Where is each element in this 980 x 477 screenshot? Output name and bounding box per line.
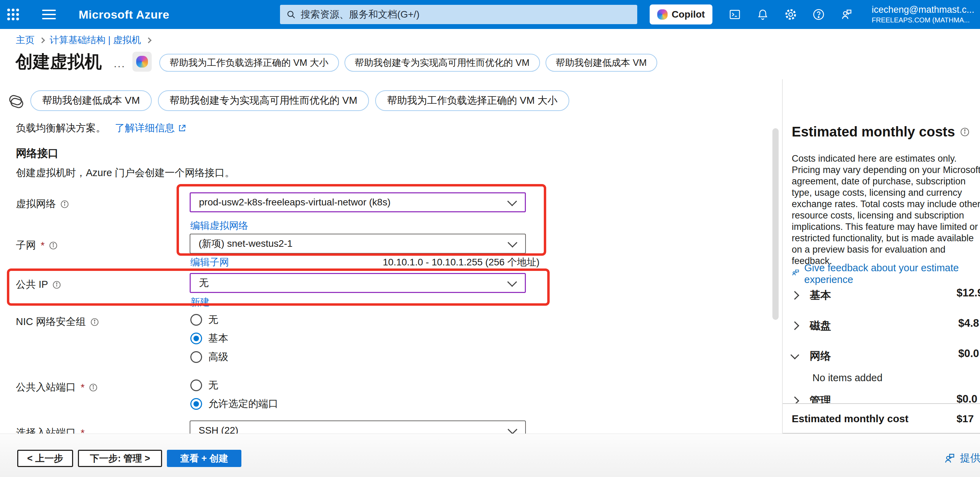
radio-icon <box>190 380 202 391</box>
intro-text: 负载均衡解决方案。 <box>16 121 106 135</box>
info-icon[interactable] <box>52 280 61 289</box>
copilot-icon <box>136 56 148 68</box>
estimated-costs-panel: Estimated monthly costs Costs indicated … <box>783 29 980 434</box>
radio-selected-icon <box>190 332 202 344</box>
info-icon[interactable] <box>89 383 98 392</box>
cost-summary-bar: Estimated monthly cost $17 <box>783 403 980 434</box>
subnet-label: 子网 * <box>16 238 58 252</box>
previous-step-button[interactable]: < 上一步 <box>17 450 73 467</box>
search-input[interactable]: 搜索资源、服务和文档(G+/) <box>280 5 637 24</box>
hamburger-menu-icon[interactable] <box>35 0 63 29</box>
cost-summary-label: Estimated monthly cost <box>792 413 908 425</box>
radio-icon <box>190 314 202 326</box>
waffle-menu-icon[interactable] <box>0 0 26 29</box>
cost-summary-price: $17 <box>956 413 974 425</box>
cost-row-disk[interactable]: 磁盘 <box>792 318 980 333</box>
info-icon[interactable] <box>90 317 99 327</box>
page-title: 创建虚拟机 <box>16 50 102 73</box>
copilot-icon <box>657 9 668 20</box>
edit-subnet-link[interactable]: 编辑子网 <box>190 256 229 269</box>
footer-bar: < 上一步 下一步: 管理 > 查看 + 创建 提供 <box>0 434 980 477</box>
public-ip-label: 公共 IP <box>16 278 61 292</box>
settings-gear-icon[interactable] <box>776 0 805 29</box>
chevron-right-icon <box>39 38 45 43</box>
feedback-person-icon[interactable] <box>832 0 860 29</box>
nic-nsg-label: NIC 网络安全组 <box>16 315 99 329</box>
copilot-chip[interactable]: 帮助我为工作负载选择正确的 VM 大小 <box>375 90 569 111</box>
copilot-outline-icon <box>8 94 24 110</box>
select-inbound-ports-select[interactable]: SSH (22) <box>190 420 526 434</box>
virtual-network-label: 虚拟网络 <box>16 197 69 211</box>
chevron-right-icon <box>146 38 152 43</box>
breadcrumb-section[interactable]: 计算基础结构 | 虚拟机 <box>50 34 141 46</box>
next-step-button[interactable]: 下一步: 管理 > <box>78 450 162 467</box>
nic-nsg-option-basic[interactable]: 基本 <box>190 332 228 345</box>
azure-portal: Microsoft Azure 搜索资源、服务和文档(G+/) Copilot <box>0 0 980 477</box>
cost-price: $12.9 <box>956 287 980 299</box>
info-icon[interactable] <box>60 200 69 209</box>
chevron-down-icon <box>790 350 799 359</box>
account-menu[interactable]: icecheng@mathmast.c... FREELEAPS.COM (MA… <box>872 4 980 24</box>
copilot-suggestions-button[interactable] <box>132 52 152 72</box>
copilot-button[interactable]: Copilot <box>650 5 713 24</box>
radio-selected-icon <box>190 398 202 410</box>
review-create-button[interactable]: 查看 + 创建 <box>167 450 241 467</box>
top-bar: Microsoft Azure 搜索资源、服务和文档(G+/) Copilot <box>0 0 980 29</box>
topbar-icons <box>721 0 860 29</box>
copilot-label: Copilot <box>672 9 705 20</box>
cost-row-network[interactable]: 网络 <box>792 349 980 363</box>
copilot-chip[interactable]: 帮助我创建低成本 VM <box>546 54 657 72</box>
external-link-icon <box>178 124 186 133</box>
feedback-person-icon <box>943 452 956 464</box>
chevron-right-icon <box>790 321 799 330</box>
cost-row-note: No items added <box>812 372 882 383</box>
public-inbound-ports-label: 公共入站端口 * <box>16 380 98 394</box>
info-icon[interactable] <box>960 127 970 137</box>
search-icon <box>286 10 296 19</box>
copilot-chips-row2: 帮助我创建低成本 VM 帮助我创建专为实现高可用性而优化的 VM 帮助我为工作负… <box>30 90 569 111</box>
copilot-chip[interactable]: 帮助我创建专为实现高可用性而优化的 VM <box>344 54 540 72</box>
cost-row-basic[interactable]: 基本 <box>792 288 980 303</box>
select-inbound-ports-label: 选择入站端口 * <box>16 426 84 434</box>
public-ip-select[interactable]: 无 <box>190 273 526 293</box>
subnet-select[interactable]: (新项) snet-westus2-1 <box>190 234 526 254</box>
virtual-network-select[interactable]: prod-usw2-k8s-freeleaps-virtual-networ (… <box>190 192 526 212</box>
cost-price: $0.0 <box>958 347 979 360</box>
notifications-bell-icon[interactable] <box>749 0 776 29</box>
learn-more-link[interactable]: 了解详细信息 <box>115 121 186 135</box>
chevron-right-icon <box>790 291 799 299</box>
cost-price: $4.8 <box>958 317 979 329</box>
more-ellipsis-button[interactable]: ... <box>114 58 126 70</box>
copilot-chips-row1: 帮助我为工作负载选择正确的 VM 大小 帮助我创建专为实现高可用性而优化的 VM… <box>159 54 657 72</box>
cloud-shell-icon[interactable] <box>721 0 749 29</box>
edit-virtual-network-link[interactable]: 编辑虚拟网络 <box>190 219 248 232</box>
copilot-chip[interactable]: 帮助我创建低成本 VM <box>30 90 152 111</box>
inbound-ports-option-allow-selected[interactable]: 允许选定的端口 <box>190 397 278 411</box>
breadcrumb-home[interactable]: 主页 <box>16 34 35 46</box>
help-icon[interactable] <box>805 0 832 29</box>
brand-title[interactable]: Microsoft Azure <box>79 8 169 21</box>
info-icon[interactable] <box>49 241 58 250</box>
feedback-chat-icon <box>791 266 800 279</box>
cost-panel-title: Estimated monthly costs <box>792 124 970 140</box>
footer-feedback-link[interactable]: 提供 <box>943 451 980 465</box>
subnet-address-range: 10.10.1.0 - 10.10.1.255 (256 个地址) <box>383 256 540 269</box>
nic-nsg-option-none[interactable]: 无 <box>190 313 218 327</box>
inbound-ports-option-none[interactable]: 无 <box>190 378 218 392</box>
give-feedback-link[interactable]: Give feedback about your estimate experi… <box>791 262 963 285</box>
copilot-chip[interactable]: 帮助我为工作负载选择正确的 VM 大小 <box>159 54 339 72</box>
nic-nsg-option-advanced[interactable]: 高级 <box>190 350 228 364</box>
create-new-public-ip-link[interactable]: 新建 <box>190 296 210 309</box>
section-description: 创建虚拟机时，Azure 门户会创建一个网络接口。 <box>16 166 235 180</box>
cost-panel-description: Costs indicated here are estimates only.… <box>792 153 980 267</box>
section-heading: 网络接口 <box>16 146 59 161</box>
search-placeholder: 搜索资源、服务和文档(G+/) <box>301 8 420 21</box>
copilot-chip[interactable]: 帮助我创建专为实现高可用性而优化的 VM <box>158 90 369 111</box>
intro-line: 负载均衡解决方案。 了解详细信息 <box>16 121 186 135</box>
breadcrumb: 主页 计算基础结构 | 虚拟机 <box>16 34 151 46</box>
main-content: 负载均衡解决方案。 了解详细信息 网络接口 创建虚拟机时，Azure 门户会创建… <box>0 117 769 434</box>
account-tenant: FREELEAPS.COM (MATHMA... <box>872 16 980 24</box>
account-email: icecheng@mathmast.c... <box>872 4 980 16</box>
scrollbar-thumb[interactable] <box>772 128 779 320</box>
radio-icon <box>190 351 202 363</box>
